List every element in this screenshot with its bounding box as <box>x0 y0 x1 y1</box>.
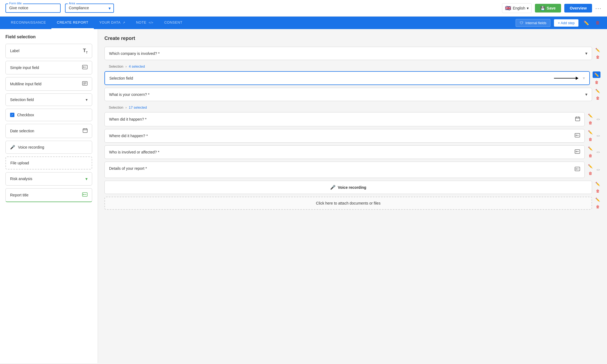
sidebar-item-label[interactable]: Label TT <box>5 44 92 58</box>
voice-delete-button[interactable]: 🗑 <box>595 188 600 194</box>
form-title-input[interactable] <box>9 6 57 10</box>
selection-delete-button[interactable]: 🗑 <box>594 80 599 85</box>
concern-edit-button[interactable]: ✏️ <box>595 88 600 94</box>
sidebar-item-risk-analysis[interactable]: Risk analysis ▾ <box>5 172 92 186</box>
who-edit-button[interactable]: ✏️ <box>587 146 593 151</box>
sidebar-item-file-upload[interactable]: File upload <box>5 156 92 170</box>
sidebar-title: Field selection <box>5 34 92 39</box>
when-edit-button[interactable]: ✏️ <box>587 113 593 118</box>
sidebar-item-date-selection[interactable]: Date selection <box>5 124 92 138</box>
area-label: Area <box>68 2 76 5</box>
who-delete-button[interactable]: 🗑 <box>588 153 593 158</box>
voice-recording-wrapper: 🎤 Voice recording ✏️ 🗑 <box>104 181 600 194</box>
tab-your-data[interactable]: YOUR DATA ↗ <box>94 17 131 29</box>
checkbox-icon: ✓ <box>10 113 14 117</box>
selection-chevron-icon: ▾ <box>86 98 88 102</box>
file-attach-actions: ✏️ 🗑 <box>595 197 600 209</box>
details-field[interactable]: Details of your report * <box>104 162 585 178</box>
selection-field-chevron-icon: ▾ <box>583 76 585 81</box>
selection-edit-button[interactable]: ✏️ <box>593 71 600 78</box>
concern-delete-button[interactable]: 🗑 <box>595 95 600 101</box>
voice-mic-icon: 🎤 <box>330 185 336 190</box>
form-title-field[interactable]: Form title <box>5 4 61 13</box>
sidebar-item-report-title[interactable]: Report title <box>5 188 92 202</box>
company-involved-wrapper: Which company is involved? * ▾ ✏️ 🗑 <box>104 47 600 60</box>
when-happen-wrapper: When did it happen? * ✏️ 🗑 <> <box>104 112 600 126</box>
edit-step-button[interactable]: ✏️ <box>582 19 591 27</box>
sidebar-item-simple-input[interactable]: Simple input field <box>5 61 92 74</box>
details-delete-button[interactable]: 🗑 <box>588 171 593 176</box>
lang-chevron-icon: ▾ <box>527 6 529 10</box>
note-icon: </> <box>148 21 153 24</box>
details-edit-button[interactable]: ✏️ <box>587 164 593 169</box>
sidebar-item-multiline-input[interactable]: Multiline input field <box>5 77 92 91</box>
voice-edit-button[interactable]: ✏️ <box>595 181 600 187</box>
where-code-button[interactable]: <> <box>596 134 600 138</box>
sidebar-item-selection-field[interactable]: Selection field ▾ <box>5 93 92 106</box>
when-delete-button[interactable]: 🗑 <box>588 120 593 125</box>
add-step-button[interactable]: + Add step <box>554 19 579 27</box>
who-code-button[interactable]: <> <box>596 150 600 154</box>
when-happen-actions: ✏️ 🗑 <box>587 113 593 125</box>
tab-reconnaissance[interactable]: RECONNAISSANCE <box>5 17 51 29</box>
where-happen-actions: ✏️ 🗑 <box>587 130 593 142</box>
more-options-button[interactable]: ··· <box>595 5 602 11</box>
top-bar-right: 🇬🇧 English ▾ 💾 Save Overview ··· <box>502 3 602 13</box>
sidebar-item-checkbox[interactable]: ✓ Checkbox <box>5 109 92 121</box>
selection-info-2: Selection › 17 selected <box>104 104 600 112</box>
where-input-icon <box>575 133 580 139</box>
overview-button[interactable]: Overview <box>564 4 592 12</box>
area-select[interactable]: Compliance HR Finance Legal <box>69 6 105 10</box>
selection-field-wrapper: Selection field ▾ ✏️ 🗑 <box>104 71 600 85</box>
concern-field[interactable]: What is your concern? * ▾ <box>104 88 592 101</box>
language-selector[interactable]: 🇬🇧 English ▾ <box>502 3 532 13</box>
file-attach-wrapper: Click here to attach documents or files … <box>104 197 600 210</box>
who-involved-field[interactable]: Who is involved or affected? * <box>104 145 585 159</box>
area-field[interactable]: Area Compliance HR Finance Legal ▾ <box>65 4 114 13</box>
when-happen-field[interactable]: When did it happen? * <box>104 112 585 126</box>
where-edit-button[interactable]: ✏️ <box>587 130 593 135</box>
tab-note[interactable]: NOTE </> <box>131 17 159 29</box>
file-edit-button[interactable]: ✏️ <box>595 197 600 202</box>
details-code-button[interactable]: <> <box>596 168 600 172</box>
form-fields-group: Form title Area Compliance HR Finance Le… <box>5 4 498 13</box>
internal-fields-button[interactable]: 🛡 Internal fields <box>516 19 550 27</box>
svg-rect-14 <box>575 117 580 121</box>
where-happen-field[interactable]: Where did it happen? * <box>104 129 585 143</box>
selection-field-item[interactable]: Selection field ▾ <box>104 71 590 85</box>
flag-uk-icon: 🇬🇧 <box>505 5 511 11</box>
who-input-icon <box>575 149 580 155</box>
language-label: English <box>513 6 525 10</box>
delete-step-button[interactable]: 🗑 <box>594 19 602 27</box>
details-wrapper: Details of your report * ✏️ 🗑 <> <box>104 162 600 178</box>
concern-chevron-icon: ▾ <box>585 92 587 97</box>
company-involved-field[interactable]: Which company is involved? * ▾ <box>104 47 592 60</box>
top-bar: Form title Area Compliance HR Finance Le… <box>0 0 607 17</box>
company-delete-button[interactable]: 🗑 <box>595 54 600 60</box>
area-chevron-icon: ▾ <box>109 6 111 11</box>
when-code-button[interactable]: <> <box>596 117 600 121</box>
company-edit-button[interactable]: ✏️ <box>595 47 600 53</box>
save-button[interactable]: 💾 Save <box>535 4 561 12</box>
multiline-icon <box>82 81 88 87</box>
create-report-title: Create report <box>104 36 600 41</box>
company-actions: ✏️ 🗑 <box>595 47 600 60</box>
file-delete-button[interactable]: 🗑 <box>595 204 600 209</box>
tab-create-report[interactable]: CREATE REPORT <box>51 17 94 29</box>
voice-recording-field[interactable]: 🎤 Voice recording <box>104 181 592 194</box>
voice-actions: ✏️ 🗑 <box>595 181 600 194</box>
text-format-icon: TT <box>83 48 88 54</box>
report-title-icon <box>82 192 88 198</box>
where-happen-wrapper: Where did it happen? * ✏️ 🗑 <> <box>104 129 600 143</box>
nav-bar: RECONNAISSANCE CREATE REPORT YOUR DATA ↗… <box>0 17 607 29</box>
details-input-icon <box>575 167 580 172</box>
file-attach-field[interactable]: Click here to attach documents or files <box>104 197 592 210</box>
form-title-label: Form title <box>8 2 23 5</box>
tab-consent[interactable]: CONSENT <box>159 17 188 29</box>
sidebar-item-voice-recording[interactable]: 🎤 Voice recording <box>5 141 92 154</box>
where-delete-button[interactable]: 🗑 <box>588 137 593 142</box>
main-content: Field selection Label TT Simple input fi… <box>0 29 607 363</box>
selection-info-1: Selection › 4 selected <box>104 63 600 71</box>
concern-wrapper: What is your concern? * ▾ ✏️ 🗑 <box>104 88 600 101</box>
who-involved-actions: ✏️ 🗑 <box>587 146 593 158</box>
